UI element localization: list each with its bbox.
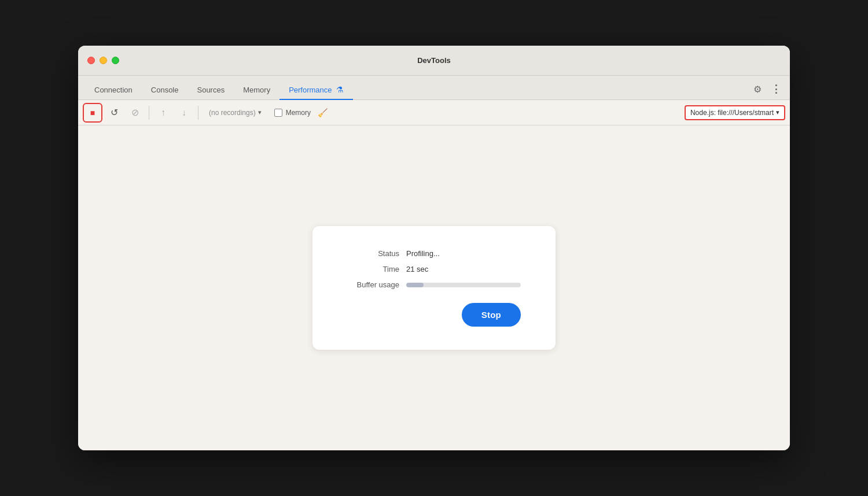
record-stop-button[interactable]: ■ (83, 103, 102, 123)
tabbar: Connection Console Sources Memory Perfor… (78, 76, 790, 100)
close-button[interactable] (87, 57, 95, 64)
toolbar: ■ ↺ ⊘ ↑ ↓ (no recordings) ▾ Memory 🧹 N (78, 100, 790, 125)
maximize-button[interactable] (112, 57, 119, 64)
buffer-bar-fill (406, 283, 424, 287)
dropdown-icon: ▾ (258, 109, 262, 116)
tab-console[interactable]: Console (142, 81, 188, 100)
upload-button[interactable]: ↑ (154, 103, 172, 122)
memory-checkbox[interactable] (274, 109, 282, 117)
tab-memory[interactable]: Memory (234, 81, 279, 100)
broom-button[interactable]: 🧹 (313, 103, 332, 122)
devtools-window: DevTools Connection Console Sources Memo… (78, 46, 790, 450)
target-dropdown-icon: ▾ (776, 109, 779, 116)
tab-connection[interactable]: Connection (85, 81, 142, 100)
download-icon: ↓ (182, 108, 186, 118)
divider-1 (149, 106, 149, 120)
clear-icon: ⊘ (131, 107, 139, 118)
status-row: Status Profiling... (341, 249, 521, 258)
gear-icon: ⚙ (753, 84, 762, 95)
time-label: Time (341, 265, 399, 273)
time-value: 21 sec (406, 265, 428, 273)
more-icon: ⋮ (771, 83, 781, 95)
target-label: Node.js: file:///Users/stmart (690, 109, 774, 117)
clear-button[interactable]: ⊘ (126, 103, 144, 122)
recordings-label: (no recordings) (209, 109, 256, 117)
titlebar: DevTools (78, 46, 790, 76)
tab-sources[interactable]: Sources (187, 81, 234, 100)
recordings-dropdown[interactable]: (no recordings) ▾ (203, 106, 267, 119)
status-value: Profiling... (406, 249, 440, 258)
settings-button[interactable]: ⚙ (751, 82, 764, 96)
main-content: Status Profiling... Time 21 sec Buffer u… (78, 125, 790, 450)
broom-icon: 🧹 (318, 108, 328, 117)
traffic-lights (87, 57, 119, 64)
stop-button[interactable]: Stop (462, 303, 521, 327)
flask-icon: ⚗ (336, 85, 344, 94)
stop-btn-row: Stop (341, 303, 521, 327)
tabbar-actions: ⚙ ⋮ (751, 82, 783, 99)
status-label: Status (341, 249, 399, 258)
tab-performance[interactable]: Performance ⚗ (279, 80, 353, 100)
record-stop-icon: ■ (90, 108, 95, 117)
download-button[interactable]: ↓ (175, 103, 193, 122)
memory-label: Memory (286, 109, 311, 117)
more-button[interactable]: ⋮ (769, 82, 783, 96)
buffer-label: Buffer usage (341, 280, 399, 289)
divider-2 (198, 106, 198, 120)
target-dropdown[interactable]: Node.js: file:///Users/stmart ▾ (685, 105, 785, 120)
reload-button[interactable]: ↺ (105, 103, 123, 122)
memory-checkbox-container[interactable]: Memory (274, 109, 311, 117)
upload-icon: ↑ (161, 108, 165, 118)
window-title: DevTools (417, 56, 451, 65)
time-row: Time 21 sec (341, 265, 521, 273)
profiling-card: Status Profiling... Time 21 sec Buffer u… (312, 226, 556, 350)
minimize-button[interactable] (100, 57, 107, 64)
buffer-row: Buffer usage (341, 280, 521, 289)
buffer-bar (406, 283, 521, 287)
reload-icon: ↺ (111, 107, 118, 118)
